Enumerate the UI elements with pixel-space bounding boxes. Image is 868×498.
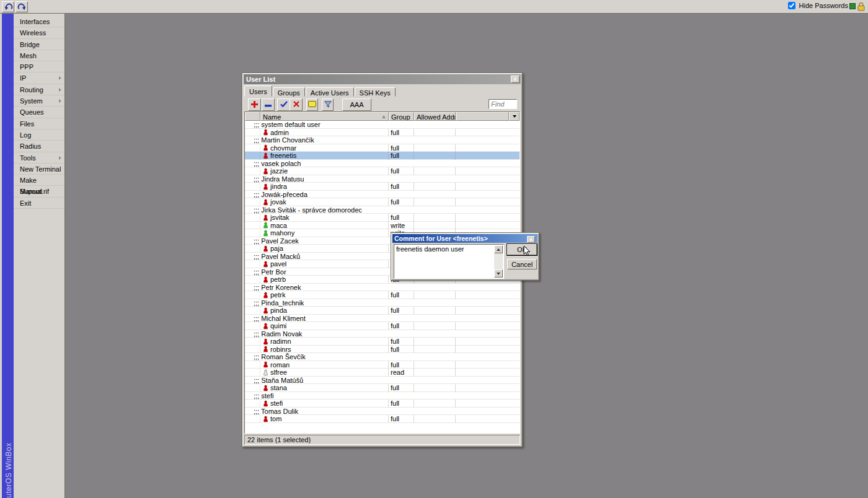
comment-row[interactable]: ;;; Jindra Matusu bbox=[245, 175, 520, 183]
comment-row[interactable]: ;;; Pinda_technik bbox=[245, 299, 520, 307]
comment-row[interactable]: ;;; vasek polach bbox=[245, 160, 520, 168]
sidebar-item-log[interactable]: Log bbox=[14, 129, 64, 141]
table-row[interactable]: freenetisfull bbox=[245, 152, 520, 160]
comment-row[interactable]: ;;; Staňa Matúšů bbox=[245, 377, 520, 385]
column-select-button[interactable] bbox=[509, 112, 520, 121]
sidebar-item-ppp[interactable]: PPP bbox=[14, 61, 64, 72]
comment-row[interactable]: ;;; stefi bbox=[245, 392, 520, 400]
table-row[interactable]: jovakfull bbox=[245, 198, 520, 206]
comment-row-text: ;;; Pinda_technik bbox=[254, 299, 304, 307]
user-name: stana bbox=[270, 384, 287, 391]
table-row[interactable]: macawrite bbox=[245, 222, 520, 230]
table-row[interactable]: jindrafull bbox=[245, 183, 520, 191]
comment-row-text: ;;; Staňa Matúšů bbox=[254, 377, 303, 384]
close-icon[interactable]: × bbox=[511, 76, 520, 83]
cancel-button[interactable]: Cancel bbox=[507, 259, 537, 269]
comment-row[interactable]: ;;; system default user bbox=[245, 121, 520, 129]
name-cell: stefi bbox=[260, 400, 389, 408]
submenu-arrow-icon bbox=[59, 88, 61, 92]
remove-button[interactable] bbox=[262, 98, 275, 111]
sidebar-item-queues[interactable]: Queues bbox=[14, 107, 64, 118]
group-cell: full bbox=[389, 384, 414, 392]
column-header-flag[interactable] bbox=[245, 112, 260, 121]
redo-button[interactable] bbox=[16, 1, 28, 12]
table-row[interactable]: chovmarfull bbox=[245, 144, 520, 152]
comment-row-text: ;;; Pavel Macků bbox=[254, 253, 300, 260]
tab-ssh-keys[interactable]: SSH Keys bbox=[355, 87, 396, 97]
sidebar-item-routing[interactable]: Routing bbox=[14, 84, 64, 95]
comment-row[interactable]: ;;; Jowák-přeceda bbox=[245, 191, 520, 199]
sidebar-item-make-supout-rif[interactable]: Make Supout.rif bbox=[14, 175, 64, 186]
ok-button[interactable]: OK bbox=[507, 244, 537, 255]
table-row[interactable]: adminfull bbox=[245, 129, 520, 137]
comment-row-text: ;;; Radim Novak bbox=[254, 330, 302, 338]
allowed-address-cell bbox=[414, 167, 456, 175]
window-title-bar[interactable]: User List × bbox=[244, 74, 521, 84]
flag-cell bbox=[245, 361, 260, 369]
sidebar-item-exit[interactable]: Exit bbox=[14, 198, 64, 209]
sidebar-item-new-terminal[interactable]: New Terminal bbox=[14, 164, 64, 175]
tab-users[interactable]: Users bbox=[244, 85, 272, 97]
column-header-name[interactable]: Name bbox=[260, 112, 389, 121]
comment-row[interactable]: ;;; Martin Chovančík bbox=[245, 136, 520, 144]
aaa-button[interactable]: AAA bbox=[342, 98, 371, 111]
enable-button[interactable] bbox=[277, 98, 290, 111]
comment-button[interactable] bbox=[306, 98, 318, 111]
extra-cell bbox=[456, 291, 520, 299]
comment-row[interactable]: ;;; Tomas Dulik bbox=[245, 408, 520, 416]
scroll-up-icon[interactable] bbox=[494, 245, 503, 253]
comment-textarea[interactable]: freenetis daemon user bbox=[394, 244, 504, 279]
table-row[interactable]: slfreeread bbox=[245, 369, 520, 377]
hide-passwords-checkbox[interactable] bbox=[788, 2, 795, 9]
sidebar-item-tools[interactable]: Tools bbox=[14, 152, 64, 164]
table-row[interactable]: robinrsfull bbox=[245, 346, 520, 354]
filter-button[interactable] bbox=[322, 98, 334, 111]
undo-button[interactable] bbox=[2, 1, 14, 12]
sidebar-item-label: IP bbox=[20, 74, 26, 82]
sidebar-item-wireless[interactable]: Wireless bbox=[14, 27, 64, 38]
table-row[interactable]: jazziefull bbox=[245, 167, 520, 175]
comment-row-text: ;;; Jindra Matusu bbox=[254, 175, 304, 183]
user-icon bbox=[263, 183, 268, 190]
table-row[interactable]: quimifull bbox=[245, 322, 520, 330]
sidebar-item-bridge[interactable]: Bridge bbox=[14, 39, 64, 50]
find-input[interactable] bbox=[489, 99, 517, 109]
disable-button[interactable] bbox=[290, 98, 303, 111]
comment-row[interactable]: ;;; Jirka Sviták - správce domorodec bbox=[245, 206, 520, 214]
comment-row[interactable]: ;;; Michal Kliment bbox=[245, 315, 520, 323]
dialog-title-bar[interactable]: Comment for User <freenetis> × bbox=[392, 234, 538, 243]
group-cell: full bbox=[389, 400, 414, 408]
column-header-group[interactable]: Group bbox=[389, 112, 414, 121]
scrollbar[interactable] bbox=[494, 245, 503, 277]
tab-groups[interactable]: Groups bbox=[273, 87, 305, 97]
user-name: pinda bbox=[270, 307, 287, 314]
table-row[interactable]: pindafull bbox=[245, 307, 520, 315]
comment-row[interactable]: ;;; Radim Novak bbox=[245, 330, 520, 338]
sidebar-item-radius[interactable]: Radius bbox=[14, 141, 64, 152]
close-icon[interactable]: × bbox=[527, 236, 535, 243]
group-cell: full bbox=[389, 129, 414, 137]
sidebar-item-manual[interactable]: Manual bbox=[14, 186, 64, 197]
scroll-down-icon[interactable] bbox=[494, 269, 503, 277]
table-row[interactable]: radimnfull bbox=[245, 338, 520, 346]
table-row[interactable]: jsvitakfull bbox=[245, 214, 520, 222]
sidebar-item-system[interactable]: System bbox=[14, 95, 64, 107]
sidebar-item-files[interactable]: Files bbox=[14, 118, 64, 129]
comment-row[interactable]: ;;; Petr Korenek bbox=[245, 284, 520, 292]
table-row[interactable]: stefifull bbox=[245, 400, 520, 408]
add-button[interactable] bbox=[248, 98, 261, 111]
allowed-address-cell bbox=[414, 152, 456, 160]
table-row[interactable]: romanfull bbox=[245, 361, 520, 369]
column-header-extra[interactable] bbox=[456, 112, 509, 121]
sidebar-item-interfaces[interactable]: Interfaces bbox=[14, 16, 64, 27]
table-row[interactable]: stanafull bbox=[245, 384, 520, 392]
tab-active-users[interactable]: Active Users bbox=[306, 87, 354, 97]
table-row[interactable]: petrkfull bbox=[245, 291, 520, 299]
column-header-allowed-addr[interactable]: Allowed Addr... bbox=[414, 112, 456, 121]
table-row[interactable]: tomfull bbox=[245, 415, 520, 423]
user-name: slfree bbox=[270, 369, 287, 376]
sidebar-item-mesh[interactable]: Mesh bbox=[14, 50, 64, 61]
sidebar-item-ip[interactable]: IP bbox=[14, 72, 64, 84]
user-icon bbox=[263, 346, 268, 352]
comment-row[interactable]: ;;; Roman Ševčík bbox=[245, 353, 520, 361]
